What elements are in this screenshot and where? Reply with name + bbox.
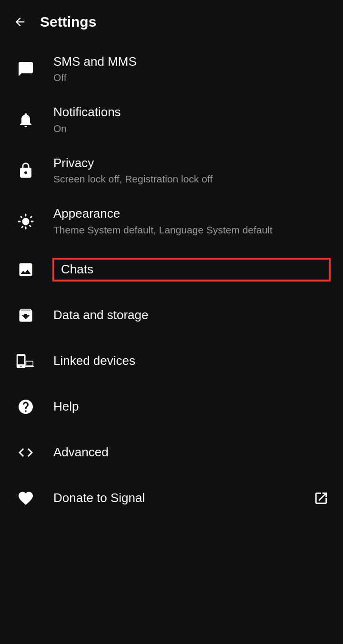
- data-storage-text: Data and storage: [53, 308, 330, 322]
- privacy-title: Privacy: [53, 156, 330, 171]
- sms-mms-subtitle: Off: [53, 71, 330, 84]
- privacy-subtitle: Screen lock off, Registration lock off: [53, 172, 330, 185]
- header: Settings: [0, 0, 343, 44]
- archive-icon: [13, 303, 38, 328]
- advanced-title: Advanced: [53, 445, 330, 460]
- help-title: Help: [53, 399, 330, 414]
- code-icon: [13, 440, 38, 465]
- privacy-text: Privacy Screen lock off, Registration lo…: [53, 156, 330, 185]
- lock-icon: [13, 158, 38, 183]
- settings-screen: Settings SMS and MMS Off Notific: [0, 0, 343, 521]
- settings-item-sms-mms[interactable]: SMS and MMS Off: [0, 44, 343, 94]
- sun-icon: [13, 209, 38, 234]
- notifications-text: Notifications On: [53, 105, 330, 134]
- back-button[interactable]: [11, 13, 29, 30]
- donate-text: Donate to Signal: [53, 491, 297, 505]
- appearance-subtitle: Theme System default, Language System de…: [53, 223, 330, 236]
- linked-devices-title: Linked devices: [53, 353, 330, 368]
- help-text: Help: [53, 399, 330, 414]
- advanced-text: Advanced: [53, 445, 330, 460]
- settings-item-appearance[interactable]: Appearance Theme System default, Languag…: [0, 196, 343, 246]
- data-storage-title: Data and storage: [53, 308, 330, 322]
- help-circle-icon: [13, 394, 38, 419]
- page-title: Settings: [40, 14, 96, 30]
- notifications-subtitle: On: [53, 122, 330, 135]
- settings-item-help[interactable]: Help: [0, 384, 343, 430]
- appearance-text: Appearance Theme System default, Languag…: [53, 206, 330, 236]
- settings-item-privacy[interactable]: Privacy Screen lock off, Registration lo…: [0, 145, 343, 196]
- sms-mms-text: SMS and MMS Off: [53, 54, 330, 84]
- settings-item-chats[interactable]: Chats: [0, 247, 343, 292]
- settings-item-linked-devices[interactable]: Linked devices: [0, 338, 343, 384]
- external-link-icon: [313, 490, 330, 507]
- chats-text: Chats: [53, 259, 330, 281]
- devices-icon: [13, 349, 38, 373]
- sms-mms-title: SMS and MMS: [53, 54, 330, 69]
- chat-bubble-icon: [13, 57, 38, 81]
- image-icon: [13, 257, 38, 282]
- settings-item-advanced[interactable]: Advanced: [0, 430, 343, 475]
- settings-item-data-storage[interactable]: Data and storage: [0, 292, 343, 338]
- notifications-title: Notifications: [53, 105, 330, 120]
- settings-item-notifications[interactable]: Notifications On: [0, 94, 343, 145]
- heart-icon: [13, 486, 38, 511]
- chats-title: Chats: [53, 259, 330, 281]
- bell-icon: [13, 108, 38, 132]
- linked-devices-text: Linked devices: [53, 353, 330, 368]
- settings-list: SMS and MMS Off Notifications On: [0, 44, 343, 521]
- settings-item-donate[interactable]: Donate to Signal: [0, 475, 343, 521]
- appearance-title: Appearance: [53, 206, 330, 221]
- donate-title: Donate to Signal: [53, 491, 297, 505]
